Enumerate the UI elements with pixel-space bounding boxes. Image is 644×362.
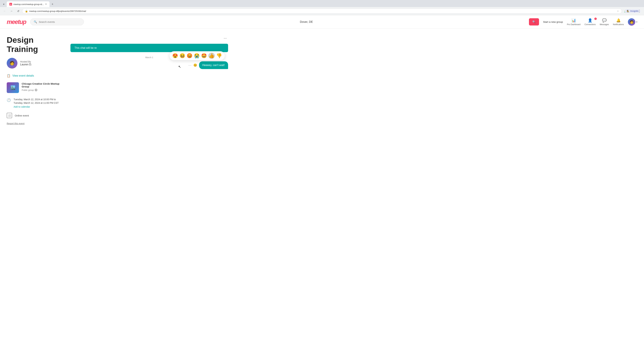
address-bar[interactable]: 🔒 meetup.com/meetup-group-idfjoojl/event… xyxy=(22,8,622,13)
clock-icon: 🕐 xyxy=(7,98,11,102)
online-event-icon: ⬜ xyxy=(7,113,12,118)
pro-dashboard-nav[interactable]: 📊 Pro Dashboard xyxy=(567,18,580,26)
reaction-bar[interactable]: 😍 😆 😡 😭 🤩 👍 👎 xyxy=(170,51,225,60)
search-input[interactable] xyxy=(39,20,80,23)
event-time-text: Tuesday, March 12, 2024 at 10:00 PM to T… xyxy=(14,98,64,105)
lock-icon: 🔒 xyxy=(25,10,28,12)
message-bubble: Heeeey, can't wait! xyxy=(199,61,228,69)
sidebar: Design Training 🧑 Hosted By Lauren D. 📋 … xyxy=(7,35,64,125)
chat-header: ··· xyxy=(70,35,228,41)
notifications-icon: 🔔 xyxy=(616,18,621,23)
user-menu[interactable]: 🧑 ▾ xyxy=(628,18,637,26)
event-time-section: 🕐 Tuesday, March 12, 2024 at 10:00 PM to… xyxy=(7,98,64,108)
nav-actions: Start a new group 📊 Pro Dashboard 👤 1 Co… xyxy=(543,18,637,26)
time-details: Tuesday, March 12, 2024 at 10:00 PM to T… xyxy=(14,98,64,108)
back-button[interactable]: ← xyxy=(2,8,8,14)
message-emoji-button[interactable]: 😊 xyxy=(193,63,197,67)
new-tab-button[interactable]: + xyxy=(50,2,55,6)
group-info: Chicago Creative Circle Meetup Group Pub… xyxy=(22,82,64,91)
page-title: Design Training xyxy=(7,35,64,54)
message-actions: ⋯ 😊 xyxy=(188,61,197,69)
public-group-info-icon[interactable]: ? xyxy=(35,89,38,91)
tab-list-button[interactable]: ▾ xyxy=(1,2,6,6)
more-options-button[interactable]: ⋮ xyxy=(636,8,642,14)
message-wrapper: 😍 😆 😡 😭 🤩 👍 👎 ⋯ 😊 Heeeey, can't wait! xyxy=(70,61,228,69)
reload-button[interactable]: ↺ xyxy=(16,8,21,14)
message-container: ⋯ 😊 Heeeey, can't wait! xyxy=(70,61,228,69)
host-avatar: 🧑 xyxy=(7,58,18,68)
tab-favicon: m xyxy=(10,3,12,5)
connections-label: Connections xyxy=(584,23,596,26)
add-to-calendar-link[interactable]: Add to calendar xyxy=(14,105,64,108)
tab-close-button[interactable]: × xyxy=(45,3,46,6)
start-group-button[interactable]: Start a new group xyxy=(543,20,563,23)
notifications-label: Notifications xyxy=(613,23,624,26)
reaction-angry[interactable]: 😡 xyxy=(187,53,192,58)
notifications-nav[interactable]: 🔔 Notifications xyxy=(613,18,624,26)
messages-icon: 💬 xyxy=(602,18,606,23)
group-type: Public group ? xyxy=(22,89,64,91)
tab-title: meetup.com/meetup-group-id... xyxy=(14,3,44,5)
meetup-logo[interactable]: meetup xyxy=(7,18,26,25)
online-event-label: Online event xyxy=(15,114,29,117)
user-dropdown-arrow[interactable]: ▾ xyxy=(636,21,637,23)
messages-label: Messages xyxy=(600,23,609,26)
message-text: Heeeey, can't wait! xyxy=(202,64,225,66)
forward-button[interactable]: → xyxy=(9,8,14,14)
hosted-by-label: Hosted By xyxy=(20,60,32,63)
chat-banner: This chat will be re xyxy=(70,44,228,52)
active-tab[interactable]: m meetup.com/meetup-group-id... × xyxy=(7,1,50,7)
url-text: meetup.com/meetup-group-idfjoojl/events/… xyxy=(29,10,616,12)
connections-icon: 👤 xyxy=(588,18,592,23)
more-options-button[interactable]: ··· xyxy=(222,35,228,41)
search-button[interactable]: 🔍 xyxy=(529,18,539,25)
reaction-thumbs-up[interactable]: 👍 xyxy=(208,53,215,59)
app-header: meetup 🔍 Dover, DE 🔍 Start a new group 📊… xyxy=(0,15,644,29)
reaction-heart-eyes[interactable]: 😍 xyxy=(172,53,178,58)
pro-dashboard-label: Pro Dashboard xyxy=(567,23,580,26)
hosted-by-section: 🧑 Hosted By Lauren D. xyxy=(7,58,64,68)
chat-banner-text: This chat will be re xyxy=(74,46,97,49)
messages-nav[interactable]: 💬 Messages xyxy=(600,18,609,26)
message-more-button[interactable]: ⋯ xyxy=(188,63,191,67)
event-details-icon: 📋 xyxy=(7,74,10,78)
hosted-by-text: Hosted By Lauren D. xyxy=(20,60,32,66)
group-type-label: Public group xyxy=(22,89,34,91)
view-event-section: 📋 View event details xyxy=(7,74,64,78)
incognito-icon: 🕵️ xyxy=(627,10,629,12)
search-bar-icon: 🔍 xyxy=(34,20,37,23)
reaction-star-eyes[interactable]: 🤩 xyxy=(201,53,207,58)
pro-dashboard-icon: 📊 xyxy=(572,18,576,23)
browser-chrome: ▾ m meetup.com/meetup-group-id... × + ← … xyxy=(0,0,644,15)
view-event-label: View event details xyxy=(12,74,34,77)
event-time: 🕐 Tuesday, March 12, 2024 at 10:00 PM to… xyxy=(7,98,64,108)
browser-tabs: ▾ m meetup.com/meetup-group-id... × + xyxy=(0,0,644,7)
report-event-link[interactable]: Report this event xyxy=(7,122,64,125)
main-content: Design Training 🧑 Hosted By Lauren D. 📋 … xyxy=(0,29,235,132)
reaction-thumbs-down[interactable]: 👎 xyxy=(216,53,222,58)
connections-nav[interactable]: 👤 1 Connections xyxy=(584,18,596,26)
online-event-section: ⬜ Online event xyxy=(7,113,64,118)
group-card: 🏙️ Chicago Creative Circle Meetup Group … xyxy=(7,82,64,93)
group-image: 🏙️ xyxy=(7,82,19,93)
location-display[interactable]: Dover, DE xyxy=(84,20,529,24)
profile-button[interactable]: 🕵️ Incognito xyxy=(630,8,635,14)
group-name: Chicago Creative Circle Meetup Group xyxy=(22,82,64,88)
reaction-crying[interactable]: 😭 xyxy=(194,53,200,58)
view-event-link[interactable]: 📋 View event details xyxy=(7,74,64,78)
search-bar-container[interactable]: 🔍 xyxy=(30,18,84,25)
avatar[interactable]: 🧑 xyxy=(628,18,635,26)
chat-area: ··· This chat will be re March 1 😍 😆 😡 😭… xyxy=(70,35,228,125)
star-icon[interactable]: ☆ xyxy=(617,10,619,12)
host-name: Lauren D. xyxy=(20,63,32,66)
connections-badge: 1 xyxy=(594,17,597,20)
group-section: 🏙️ Chicago Creative Circle Meetup Group … xyxy=(7,82,64,93)
reaction-laughing[interactable]: 😆 xyxy=(180,53,185,58)
browser-navigation: ← → ↺ 🔒 meetup.com/meetup-group-idfjoojl… xyxy=(0,7,644,15)
browser-action-buttons: 🧩 🕵️ Incognito ⋮ xyxy=(623,8,642,14)
